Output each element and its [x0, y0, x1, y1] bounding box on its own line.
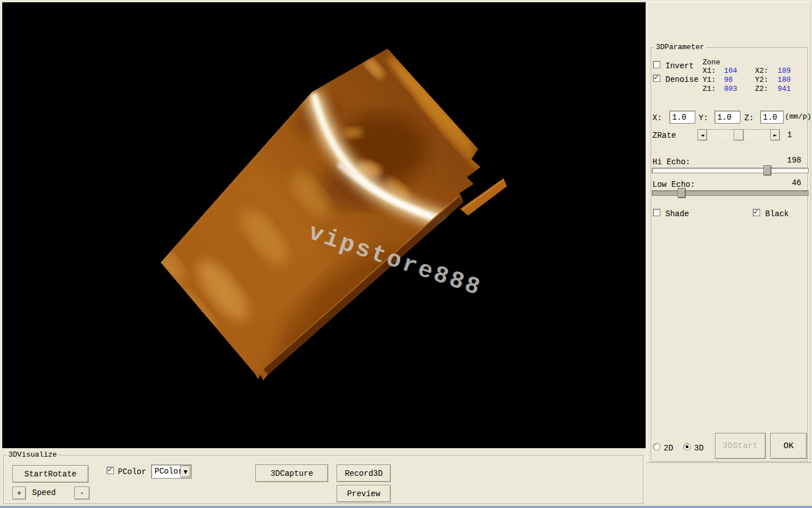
denoise-checkbox[interactable]: ✓	[653, 75, 660, 82]
dropdown-arrow-icon: ▼	[184, 469, 188, 475]
scale-unit-label: (mm/p)	[785, 112, 811, 121]
shade-label: Shade	[665, 209, 689, 218]
speed-minus-button[interactable]: -	[74, 487, 90, 500]
mode-2d-radio[interactable]	[653, 443, 660, 450]
invert-checkbox[interactable]	[653, 61, 660, 68]
ok-button[interactable]: OK	[770, 433, 807, 459]
y-scale-input[interactable]	[714, 111, 740, 124]
zrate-scroll-right-button[interactable]: ►	[770, 129, 780, 141]
pcolor-select[interactable]: PColor ▼	[151, 465, 192, 479]
pcolor-select-drop-button[interactable]: ▼	[180, 466, 191, 478]
radio-dot-icon	[686, 445, 689, 448]
z-scale-label: Z:	[744, 113, 754, 122]
zone-x1-label: X1:	[703, 67, 716, 76]
group-3dparameter: 3DParameter	[651, 47, 808, 462]
checkmark-icon: ✓	[654, 73, 659, 81]
scroll-right-icon: ►	[773, 133, 776, 138]
zrate-scroll-left-button[interactable]: ◄	[698, 129, 707, 141]
hi-echo-value: 198	[779, 156, 801, 165]
3dcapture-button[interactable]: 3DCapture	[255, 465, 328, 482]
zrate-label: ZRate	[652, 131, 676, 140]
mode-3d-radio[interactable]	[683, 443, 691, 450]
app-window: { "colors": { "panel_bg": "#ece9d8", "zo…	[0, 0, 812, 508]
pcolor-select-value: PColor	[155, 467, 183, 476]
speed-plus-button[interactable]: +	[12, 487, 26, 500]
low-echo-value: 46	[779, 178, 801, 187]
zone-z1-value: 803	[724, 85, 737, 94]
parameter-panel: 3DParameter Invert ✓ Denoise Zone X1: 10…	[647, 2, 811, 463]
x-scale-input[interactable]	[669, 111, 695, 124]
zrate-scrollbar[interactable]: ◄ ►	[698, 129, 780, 141]
window-bottom-frame	[0, 506, 812, 508]
x-scale-label: X:	[652, 113, 662, 122]
zone-z2-value: 941	[778, 85, 791, 94]
invert-label: Invert	[665, 62, 694, 71]
speed-label: Speed	[32, 488, 56, 497]
zone-y1-label: Y1:	[703, 76, 716, 85]
low-echo-slider-track[interactable]	[652, 190, 809, 196]
pcolor-checkbox-label: PColor	[118, 467, 146, 476]
record3d-button[interactable]: Record3D	[337, 465, 391, 482]
zone-y1-value: 96	[724, 76, 733, 85]
denoise-label: Denoise	[665, 75, 699, 84]
hi-echo-slider-track[interactable]	[652, 168, 809, 173]
hi-echo-slider-thumb[interactable]	[764, 165, 771, 176]
black-label: Black	[765, 209, 789, 218]
hi-echo-label: Hi Echo:	[652, 157, 690, 167]
z-scale-input[interactable]	[760, 111, 784, 124]
group-3dvisualize: 3DVisualize StartRotate + Speed - ✓ PCol…	[3, 455, 643, 504]
group-3dvisualize-title: 3DVisualize	[7, 450, 59, 459]
checkmark-icon: ✓	[753, 208, 759, 216]
shade-checkbox[interactable]	[653, 209, 660, 216]
pcolor-checkbox[interactable]: ✓	[107, 467, 114, 474]
mode-3d-label: 3D	[694, 444, 704, 453]
black-checkbox[interactable]: ✓	[753, 209, 760, 216]
zone-z1-label: Z1:	[703, 85, 716, 94]
y-scale-label: Y:	[699, 113, 708, 122]
zone-y2-label: Y2:	[755, 76, 768, 85]
start-rotate-button[interactable]: StartRotate	[12, 465, 89, 483]
group-3dparameter-title: 3DParameter	[654, 43, 706, 51]
scroll-left-icon: ◄	[700, 133, 704, 138]
preview-button[interactable]: Preview	[337, 485, 391, 502]
mode-2d-label: 2D	[664, 444, 673, 453]
zone-label: Zone	[703, 58, 720, 67]
low-echo-slider-thumb[interactable]	[678, 188, 686, 198]
3dstart-button[interactable]: 3DStart	[715, 433, 766, 459]
zone-y2-value: 180	[778, 76, 791, 85]
low-echo-label: Low Echo:	[652, 180, 695, 189]
zone-x2-value: 189	[778, 67, 791, 76]
render-viewport[interactable]: vipstore888	[2, 2, 646, 448]
zone-x1-value: 104	[724, 67, 737, 76]
zrate-value: 1	[787, 130, 792, 139]
zrate-scrollbar-thumb[interactable]	[734, 129, 744, 141]
zone-x2-label: X2:	[755, 67, 768, 76]
checkmark-icon: ✓	[107, 466, 113, 474]
zone-z2-label: Z2:	[755, 85, 768, 94]
